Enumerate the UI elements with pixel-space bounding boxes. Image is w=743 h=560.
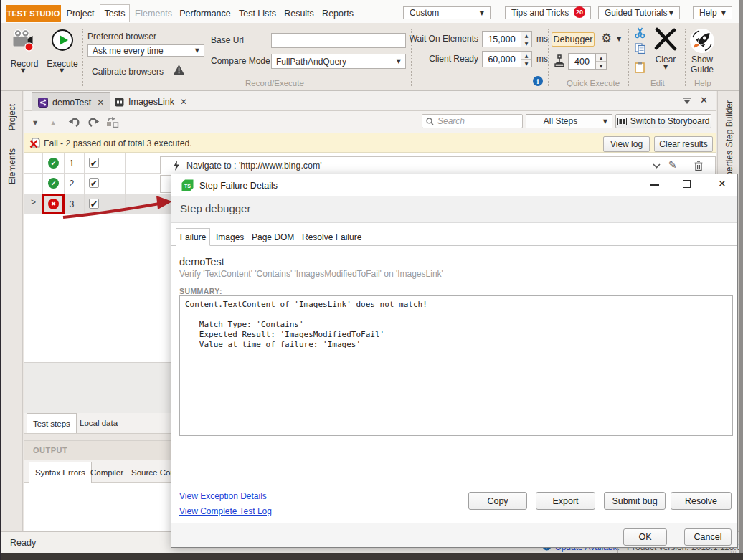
guided-tutorials-dropdown[interactable]: Guided Tutorials ▼ [598, 6, 680, 19]
rail-tab-elements[interactable]: Elements [7, 148, 17, 184]
redo-icon[interactable] [87, 116, 100, 128]
client-ready-stepper[interactable]: ▲▼ [521, 51, 532, 67]
paste-icon[interactable] [635, 62, 645, 73]
menubar: TEST STUDIO Project Tests Elements Perfo… [0, 0, 743, 23]
execution-delay-input[interactable]: 400 [568, 53, 596, 70]
dialog-heading-band: Step debugger [171, 196, 737, 223]
cancel-button[interactable]: Cancel [684, 528, 732, 546]
delay-stamp-icon [554, 54, 565, 67]
tab-syntax-errors[interactable]: Syntax Errors [29, 462, 92, 483]
step3-expander[interactable]: > [31, 197, 36, 207]
svg-text:TS: TS [184, 184, 191, 189]
clear-caret-icon: ▼ [663, 65, 668, 70]
compare-mode-value: FullPathAndQuery [276, 57, 346, 67]
rail-tab-step-builder[interactable]: Step Builder [724, 100, 734, 147]
dialog-tab-page-dom[interactable]: Page DOM [252, 232, 294, 242]
summary-label: SUMMARY: [179, 287, 222, 295]
rail-tab-project[interactable]: Project [7, 104, 17, 130]
summary-box[interactable]: Content.TextContent of 'ImagesLink' does… [179, 295, 733, 436]
help-dropdown[interactable]: Help ▼ [693, 6, 732, 19]
copy-button[interactable]: Copy [468, 492, 527, 510]
menu-tab-test-lists[interactable]: Test Lists [237, 4, 278, 22]
client-ms-label: ms [536, 54, 548, 64]
window-edge-right [739, 0, 743, 560]
export-button[interactable]: Export [536, 492, 595, 510]
copy-icon[interactable] [635, 43, 646, 54]
dialog-close-icon[interactable]: ✕ [718, 178, 727, 189]
convert-step-icon[interactable] [105, 116, 120, 128]
wait-on-elements-stepper[interactable]: ▲▼ [521, 31, 532, 47]
close-tab-icon[interactable]: ✕ [180, 97, 187, 107]
tab-local-data[interactable]: Local data [74, 413, 123, 433]
ribbon-separator [548, 29, 549, 87]
app-menu-button[interactable]: TEST STUDIO [6, 5, 61, 22]
calibrate-browsers-button[interactable]: Calibrate browsers [92, 67, 164, 77]
menu-tab-performance[interactable]: Performance [178, 4, 232, 22]
steps-filter-dropdown[interactable]: All Steps ▼ [526, 114, 612, 128]
client-ready-input[interactable]: 60,000 [482, 51, 521, 67]
clear-results-button[interactable]: Clear results [654, 136, 713, 152]
tips-label: Tips and Tricks [511, 8, 569, 18]
step-chevron-icon[interactable] [653, 163, 661, 169]
dialog-tab-resolve-failure[interactable]: Resolve Failure [302, 232, 361, 242]
step2-checkbox[interactable]: ✔ [89, 178, 99, 188]
resolve-button[interactable]: Resolve [671, 492, 732, 510]
view-complete-test-log-link[interactable]: View Complete Test Log [179, 506, 272, 516]
menu-tab-project[interactable]: Project [65, 4, 96, 22]
doc-tab-demotest[interactable]: demoTest ✕ [32, 92, 110, 111]
dialog-tab-images[interactable]: Images [216, 232, 244, 242]
expand-steps-icon[interactable]: ▼ [33, 120, 37, 126]
menu-tab-reports[interactable]: Reports [320, 4, 356, 22]
menu-tab-elements[interactable]: Elements [133, 4, 174, 22]
step-delete-icon[interactable] [694, 161, 703, 171]
compare-mode-dropdown[interactable]: FullPathAndQuery ▼ [271, 54, 406, 69]
tab-compiler[interactable]: Compiler [85, 462, 129, 483]
base-url-input[interactable] [271, 33, 406, 48]
menu-tab-tests[interactable]: Tests [100, 4, 130, 22]
maximize-icon[interactable] [683, 180, 691, 188]
minimize-icon[interactable] [650, 184, 659, 186]
close-pane-icon[interactable]: ✕ [700, 95, 708, 105]
tab-test-steps[interactable]: Test steps [27, 413, 77, 433]
dialog-tab-failure[interactable]: Failure [176, 228, 210, 246]
step-edit-icon[interactable]: ✎ [668, 159, 677, 171]
ribbon: Record ▼ Execute ▼ Preferred browser Ask… [1, 23, 739, 91]
custom-dropdown[interactable]: Custom ▼ [403, 6, 491, 19]
steps-toolbar: ▼ ▲ [24, 111, 716, 133]
close-tab-icon[interactable]: ✕ [97, 98, 104, 108]
client-ready-label: Client Ready [392, 54, 478, 64]
cut-icon[interactable] [635, 27, 645, 39]
dialog-tab-divider [171, 245, 737, 246]
undo-icon[interactable] [68, 116, 81, 128]
step3-checkbox[interactable]: ✔ [89, 199, 99, 209]
collapse-steps-icon[interactable]: ▲ [51, 120, 55, 126]
info-icon[interactable]: i [533, 76, 543, 86]
rocket-icon [689, 28, 715, 54]
doc-tab-imageslink[interactable]: ImagesLink ✕ [109, 92, 193, 111]
view-log-button[interactable]: View log [603, 136, 650, 152]
execute-caret-icon: ▼ [60, 68, 64, 74]
debugger-toggle-button[interactable]: Debugger [552, 32, 595, 47]
grid-line-vertical [125, 153, 126, 214]
clear-label: Clear [653, 54, 678, 65]
step1-card[interactable]: Navigate to : 'http://www.bing.com' ✎ [160, 156, 716, 174]
preferred-browser-dropdown[interactable]: Ask me every time ▼ [87, 44, 204, 57]
wait-on-elements-input[interactable]: 15,000 [482, 31, 521, 47]
execution-delay-stepper[interactable]: ▲▼ [596, 53, 607, 70]
action-bolt-icon [173, 161, 180, 171]
show-guide-label: Show Guide [688, 54, 716, 75]
ok-button[interactable]: OK [623, 528, 667, 546]
gear-icon[interactable]: ⚙ [601, 31, 612, 45]
search-input[interactable]: Search [422, 114, 523, 128]
switch-to-storyboard-button[interactable]: Switch to Storyboard [615, 114, 711, 128]
window-position-icon[interactable] [682, 98, 692, 105]
view-exception-details-link[interactable]: View Exception Details [179, 491, 267, 501]
warning-icon [174, 65, 184, 75]
group-label-edit: Edit [650, 79, 665, 87]
dialog-footer: OK Cancel [171, 523, 737, 547]
submit-bug-button[interactable]: Submit bug [604, 492, 666, 510]
step1-checkbox[interactable]: ✔ [89, 158, 99, 168]
left-rail: Project Elements [1, 91, 23, 531]
step2-number: 2 [65, 179, 79, 189]
menu-tab-results[interactable]: Results [283, 4, 316, 22]
